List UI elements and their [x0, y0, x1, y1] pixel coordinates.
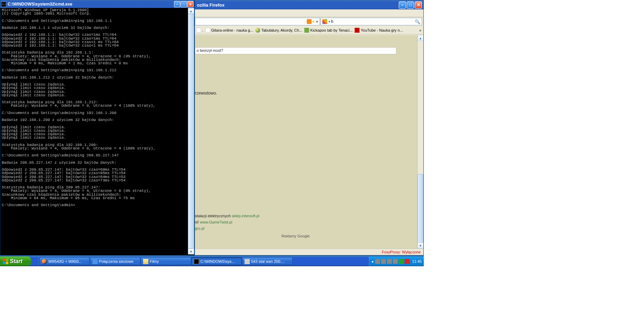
taskbar-task[interactable]: Połączenia sieciowe [90, 257, 140, 266]
task-label: Filmy [150, 259, 159, 263]
question-box: o tworzył most? [195, 47, 396, 54]
tray-icon[interactable] [393, 259, 398, 264]
bookmark-item[interactable]: Kickapoo tab by Tenaci... [304, 28, 353, 33]
desktop: ozilla Firefox – □ ✕ ★ ▾ ▾ 🔍 . Gitara-on… [0, 0, 424, 257]
bookmark-item[interactable]: . [196, 28, 203, 33]
ad-line[interactable]: gro.pl [195, 226, 396, 230]
cmd-output[interactable]: Microsoft Windows XP [Wersja 5.1.2600] (… [1, 8, 188, 254]
task-label: WR543G + WA50... [48, 259, 82, 263]
google-icon [322, 19, 327, 24]
page-icon [205, 28, 210, 33]
start-label: Start [10, 258, 22, 265]
firefox-title: ozilla Firefox [196, 2, 398, 8]
bookmark-label: . [202, 28, 203, 32]
bookmark-label: Kickapoo tab by Tenaci... [310, 28, 353, 32]
bookmark-label: Tabulatury, Akordy, Ch... [261, 28, 302, 32]
taskbar: Start WR543G + WA50... Połączenia siecio… [0, 257, 424, 266]
body-text: rzewodowo. [195, 91, 217, 96]
ad-text: stalacji elektrycznych [195, 214, 232, 218]
ad-link[interactable]: www.GameTwist.pl [200, 220, 232, 224]
taskbar-task[interactable]: Filmy [141, 257, 191, 266]
scroll-down-icon[interactable]: ▼ [188, 249, 194, 254]
minimize-button[interactable]: – [174, 1, 180, 7]
bookmark-label: YouTube - Nauka gry n... [361, 28, 403, 32]
close-button[interactable]: ✕ [415, 1, 422, 9]
cmd-icon [194, 259, 199, 264]
taskbar-tasks: WR543G + WA50... Połączenia sieciowe Fil… [39, 257, 292, 266]
youtube-icon [355, 28, 360, 33]
scroll-up-icon[interactable]: ▲ [418, 35, 423, 41]
maximize-button[interactable]: □ [407, 1, 414, 9]
rss-icon[interactable] [307, 19, 312, 24]
ad-link[interactable]: sklep.intersoft.pl [232, 214, 259, 218]
ad-line[interactable]: stalacji elektrycznych sklep.intersoft.p… [195, 214, 396, 218]
task-label: C:\WINDOWS\sys... [200, 259, 234, 263]
ball-icon [255, 28, 260, 33]
ad-text: ni! [195, 220, 200, 224]
page-content: o tworzył most? rzewodowo. stalacji elek… [195, 35, 417, 249]
foxyproxy-status[interactable]: FoxyProxy: Wyłączone [382, 250, 421, 254]
bookmark-item[interactable]: YouTube - Nauka gry n... [355, 28, 403, 33]
firefox-titlebar[interactable]: ozilla Firefox – □ ✕ [195, 0, 423, 9]
ads-block: stalacji elektrycznych sklep.intersoft.p… [195, 214, 396, 238]
taskbar-task[interactable]: 543 stat wan 200.... [242, 257, 292, 266]
bookmark-item[interactable]: Tabulatury, Akordy, Ch... [255, 28, 302, 33]
tray-icon[interactable] [375, 259, 380, 264]
ad-line[interactable]: ni! www.GameTwist.pl [195, 220, 396, 224]
taskbar-task[interactable]: C:\WINDOWS\sys... [191, 257, 242, 266]
ads-by-google[interactable]: Reklamy Google [195, 234, 396, 238]
cmd-title: C:\WINDOWS\system32\cmd.exe [8, 2, 174, 7]
scroll-up-icon[interactable]: ▲ [188, 8, 194, 14]
tray-icon[interactable] [405, 259, 410, 264]
maximize-button[interactable]: □ [181, 1, 187, 7]
cmd-icon: C:\ [1, 2, 6, 7]
firefox-icon [42, 259, 47, 264]
tray-icon[interactable] [387, 259, 392, 264]
network-icon [92, 259, 98, 264]
tray-icon[interactable] [381, 259, 386, 264]
quicklaunch [31, 257, 39, 266]
folder-icon [143, 259, 148, 264]
scroll-thumb[interactable] [188, 14, 194, 249]
page-icon [196, 28, 201, 33]
system-tray: ◂ 11:45 [369, 257, 424, 266]
cmd-scrollbar[interactable]: ▲ ▼ [188, 8, 194, 254]
clock[interactable]: 11:45 [412, 259, 422, 263]
scroll-down-icon[interactable]: ▼ [418, 243, 423, 249]
search-go-icon[interactable]: 🔍 [415, 19, 420, 24]
firefox-window: ozilla Firefox – □ ✕ ★ ▾ ▾ 🔍 . Gitara-on… [195, 0, 424, 255]
close-button[interactable]: ✕ [187, 1, 193, 7]
cmd-window: C:\ C:\WINDOWS\system32\cmd.exe – □ ✕ Mi… [0, 0, 195, 255]
windows-logo-icon [3, 259, 8, 264]
firefox-menubar[interactable] [195, 9, 423, 17]
app-icon [245, 259, 250, 264]
firefox-statusbar: FoxyProxy: Wyłączone [195, 249, 423, 255]
firefox-scrollbar[interactable]: ▲ ▼ [417, 35, 423, 249]
tray-icon[interactable] [399, 259, 404, 264]
task-label: Połączenia sieciowe [99, 259, 133, 263]
taskbar-task[interactable]: WR543G + WA50... [39, 257, 90, 266]
minimize-button[interactable]: – [399, 1, 406, 9]
start-button[interactable]: Start [0, 257, 31, 266]
search-bar[interactable]: ▾ 🔍 [321, 18, 422, 25]
cmd-titlebar[interactable]: C:\ C:\WINDOWS\system32\cmd.exe – □ ✕ [0, 0, 194, 8]
bookmarks-overflow-button[interactable]: » [417, 28, 423, 32]
dropdown-icon[interactable]: ▾ [315, 19, 319, 24]
quicklaunch-item[interactable] [33, 257, 36, 266]
ad-link[interactable]: gro.pl [195, 226, 205, 230]
url-bar[interactable]: ★ ▾ [195, 18, 320, 25]
guitar-icon [304, 28, 309, 33]
scroll-thumb[interactable] [418, 174, 423, 244]
search-input[interactable] [330, 19, 415, 24]
task-label: 543 stat wan 200.... [251, 259, 284, 263]
firefox-toolbar: ★ ▾ ▾ 🔍 [195, 17, 423, 26]
bookmarks-bar: . Gitara-online - nauka g... Tabulatury,… [195, 26, 423, 34]
bookmark-label: Gitara-online - nauka g... [211, 28, 253, 32]
star-icon[interactable]: ★ [312, 19, 315, 24]
question-text: o tworzył most? [197, 48, 223, 52]
bookmark-item[interactable]: Gitara-online - nauka g... [205, 28, 253, 33]
tray-expand-icon[interactable]: ◂ [371, 259, 373, 264]
